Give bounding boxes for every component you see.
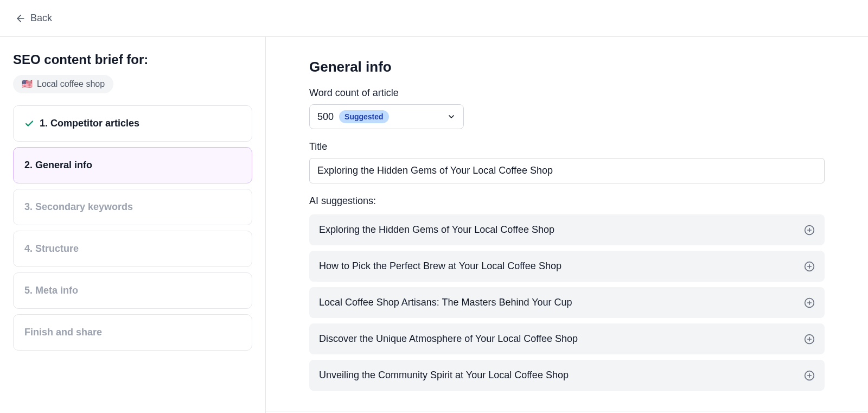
- flag-icon: 🇺🇸: [22, 80, 33, 88]
- suggestion-text: Exploring the Hidden Gems of Your Local …: [319, 224, 554, 236]
- back-label: Back: [30, 12, 52, 24]
- suggestion-item[interactable]: Local Coffee Shop Artisans: The Masters …: [309, 287, 825, 318]
- step-label: Finish and share: [24, 327, 102, 338]
- title-input[interactable]: [309, 158, 825, 183]
- step-item[interactable]: 1. Competitor articles: [13, 105, 252, 142]
- layout: SEO content brief for: 🇺🇸 Local coffee s…: [0, 37, 868, 413]
- sidebar-title: SEO content brief for:: [13, 52, 252, 67]
- plus-circle-icon: [804, 261, 815, 272]
- suggestion-text: Local Coffee Shop Artisans: The Masters …: [319, 297, 572, 308]
- keyword-text: Local coffee shop: [37, 79, 105, 89]
- footer: Previous Continue: [266, 411, 868, 413]
- title-field-group: Title: [309, 141, 825, 183]
- plus-circle-icon: [804, 370, 815, 381]
- step-label: 1. Competitor articles: [40, 118, 139, 129]
- step-label: 2. General info: [24, 160, 92, 171]
- step-label: 5. Meta info: [24, 285, 78, 296]
- step-label: 4. Structure: [24, 243, 79, 255]
- step-item[interactable]: 4. Structure: [13, 231, 252, 267]
- suggestion-text: Discover the Unique Atmosphere of Your L…: [319, 333, 578, 345]
- ai-suggestions-label: AI suggestions:: [309, 195, 825, 207]
- suggestion-item[interactable]: Exploring the Hidden Gems of Your Local …: [309, 214, 825, 245]
- topbar: Back: [0, 0, 868, 37]
- sidebar: SEO content brief for: 🇺🇸 Local coffee s…: [0, 37, 266, 413]
- check-icon: [24, 119, 34, 129]
- suggestion-text: How to Pick the Perfect Brew at Your Loc…: [319, 260, 561, 272]
- suggestion-text: Unveiling the Community Spirit at Your L…: [319, 370, 569, 381]
- step-item[interactable]: Finish and share: [13, 314, 252, 351]
- title-label: Title: [309, 141, 825, 153]
- steps-list: 1. Competitor articles2. General info3. …: [13, 105, 252, 351]
- chevron-down-icon: [447, 112, 456, 121]
- suggestion-item[interactable]: Unveiling the Community Spirit at Your L…: [309, 360, 825, 391]
- word-count-value: 500: [317, 111, 334, 123]
- step-item[interactable]: 2. General info: [13, 147, 252, 183]
- word-count-label: Word count of article: [309, 87, 825, 99]
- back-button[interactable]: Back: [15, 12, 52, 24]
- step-item[interactable]: 3. Secondary keywords: [13, 189, 252, 225]
- main: General info Word count of article 500 S…: [266, 37, 868, 413]
- plus-circle-icon: [804, 297, 815, 308]
- step-label: 3. Secondary keywords: [24, 201, 133, 213]
- keyword-chip: 🇺🇸 Local coffee shop: [13, 75, 113, 93]
- suggestion-item[interactable]: How to Pick the Perfect Brew at Your Loc…: [309, 251, 825, 282]
- suggested-badge: Suggested: [339, 110, 389, 123]
- page-title: General info: [309, 59, 825, 75]
- suggestions-list: Exploring the Hidden Gems of Your Local …: [309, 214, 825, 391]
- word-count-field: Word count of article 500 Suggested: [309, 87, 825, 129]
- plus-circle-icon: [804, 225, 815, 236]
- word-count-select[interactable]: 500 Suggested: [309, 104, 464, 129]
- suggestion-item[interactable]: Discover the Unique Atmosphere of Your L…: [309, 323, 825, 354]
- arrow-left-icon: [15, 13, 26, 24]
- plus-circle-icon: [804, 334, 815, 345]
- step-item[interactable]: 5. Meta info: [13, 272, 252, 309]
